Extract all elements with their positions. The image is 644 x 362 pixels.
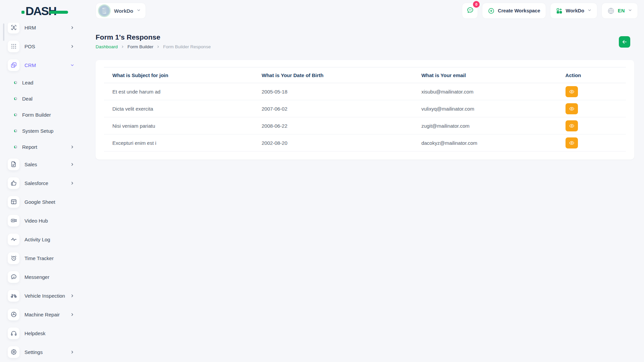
sidebar-item-crm[interactable]: CRM (0, 56, 80, 74)
messages-count-badge: 0 (473, 1, 480, 8)
chevron-down-icon (587, 8, 592, 13)
cell-subject: Excepturi enim est i (104, 134, 253, 152)
motorcycle-icon (8, 290, 19, 302)
sidebar-item-deal[interactable]: Deal (0, 90, 80, 107)
workspace-menu-label: WorkDo (566, 8, 584, 13)
app-logo[interactable]: DASH (21, 5, 68, 17)
video-camera-icon (8, 215, 19, 227)
sidebar-item-pos[interactable]: POS (0, 37, 80, 56)
sidebar-item-label: Messenger (24, 274, 49, 280)
cell-subject: Et est unde harum ad (104, 83, 253, 100)
table-row: Dicta velit exercita2007-06-02vulixyq@ma… (104, 100, 626, 117)
pulse-icon (8, 234, 19, 245)
sidebar-item-label: Salesforce (24, 180, 48, 186)
column-header-what-is-your-date-of-birth: What is Your Date of Birth (253, 67, 413, 83)
responses-table: What is Subject for joinWhat is Your Dat… (104, 67, 626, 152)
sidebar-item-label: Settings (24, 349, 43, 355)
sidebar-item-label: Lead (22, 80, 33, 85)
sidebar-item-salesforce[interactable]: Salesforce (0, 174, 80, 192)
chevron-right-icon (70, 44, 74, 49)
arrow-left-icon (622, 39, 628, 45)
breadcrumb: DashboardForm BuilderForm Builder Respon… (96, 44, 211, 49)
workspace-selector[interactable]: WorkDo (96, 3, 146, 19)
sidebar-item-helpdesk[interactable]: Helpdesk (0, 324, 80, 343)
grid-plus-icon (556, 7, 563, 14)
sidebar-item-label: CRM (24, 62, 36, 68)
sidebar-item-google-sheet[interactable]: Google Sheet (0, 192, 80, 211)
view-response-button[interactable] (566, 120, 578, 131)
overlap-squares-icon (8, 59, 19, 71)
sidebar-item-lead[interactable]: Lead (0, 74, 80, 90)
responses-card: What is Subject for joinWhat is Your Dat… (96, 60, 634, 160)
gear-icon (8, 346, 19, 358)
workspace-avatar (98, 4, 111, 17)
fan-icon (8, 309, 19, 320)
cell-email: zugit@mailinator.com (413, 117, 557, 134)
sidebar: HRMPOSCRMLeadDealForm BuilderSystem Setu… (0, 23, 80, 362)
chevron-right-icon (70, 350, 74, 354)
cell-email: dacokyz@mailinator.com (413, 134, 557, 152)
breadcrumb-item-dashboard[interactable]: Dashboard (96, 44, 118, 49)
back-button[interactable] (619, 36, 630, 48)
breadcrumb-separator (156, 45, 160, 49)
language-label: EN (618, 8, 625, 13)
page-title: Form 1's Response (96, 33, 211, 42)
chat-dots-icon (466, 6, 474, 15)
sidebar-item-label: POS (24, 44, 35, 49)
cell-email: xisubu@mailinator.com (413, 83, 557, 100)
sidebar-item-label: Deal (22, 96, 33, 102)
chevron-down-icon (70, 63, 74, 67)
bullet-icon (14, 113, 17, 116)
sidebar-item-report[interactable]: Report (0, 139, 80, 155)
sidebar-item-activity-log[interactable]: Activity Log (0, 230, 80, 249)
eye-icon (569, 140, 575, 146)
cell-email: vulixyq@mailinator.com (413, 100, 557, 117)
sidebar-item-time-tracker[interactable]: Time Tracker (0, 249, 80, 267)
bullet-icon (14, 129, 17, 132)
cell-date-of-birth: 2005-05-18 (253, 83, 413, 100)
sidebar-item-label: System Setup (22, 128, 53, 134)
cell-date-of-birth: 2007-06-02 (253, 100, 413, 117)
sidebar-item-label: Helpdesk (24, 330, 46, 336)
sidebar-item-label: Form Builder (22, 112, 51, 118)
sidebar-item-vehicle-inspection[interactable]: Vehicle Inspection (0, 286, 80, 305)
messages-button[interactable]: 0 (462, 3, 478, 19)
workspace-menu-button[interactable]: WorkDo (550, 3, 597, 19)
chevron-right-icon (70, 162, 74, 167)
sidebar-item-label: Google Sheet (24, 199, 55, 205)
sidebar-item-form-builder[interactable]: Form Builder (0, 107, 80, 123)
table-row: Nisi veniam pariatu2008-06-22zugit@maili… (104, 117, 626, 134)
view-response-button[interactable] (566, 86, 578, 97)
eye-icon (569, 106, 575, 112)
sidebar-item-label: Activity Log (24, 237, 50, 242)
sidebar-item-label: Video Hub (24, 218, 48, 224)
view-response-button[interactable] (566, 103, 578, 114)
logo-dot (21, 11, 24, 14)
sidebar-item-settings[interactable]: Settings (0, 343, 80, 361)
sidebar-item-video-hub[interactable]: Video Hub (0, 211, 80, 230)
language-button[interactable]: EN (601, 3, 638, 19)
headphones-icon (8, 327, 19, 339)
sidebar-item-machine-repair[interactable]: Machine Repair (0, 305, 80, 324)
sidebar-item-hrm[interactable]: HRM (0, 23, 80, 37)
eye-icon (569, 123, 575, 129)
breadcrumb-separator (121, 45, 124, 49)
chevron-right-icon (70, 145, 74, 149)
view-response-button[interactable] (566, 137, 578, 148)
sidebar-item-system-setup[interactable]: System Setup (0, 123, 80, 139)
table-row: Et est unde harum ad2005-05-18xisubu@mai… (104, 83, 626, 100)
sidebar-item-sales[interactable]: Sales (0, 155, 80, 174)
topbar: DASH WorkDo 0 Create Workspace (0, 0, 644, 21)
breadcrumb-item-form-builder-response: Form Builder Response (163, 44, 211, 49)
breadcrumb-item-form-builder[interactable]: Form Builder (127, 44, 153, 49)
cell-action (557, 83, 626, 100)
table-row: Excepturi enim est i2002-08-20dacokyz@ma… (104, 134, 626, 152)
logo-bar (49, 11, 68, 14)
create-workspace-button[interactable]: Create Workspace (482, 3, 546, 19)
chevron-right-icon (70, 181, 74, 185)
chevron-right-icon (70, 294, 74, 298)
chevron-right-icon (70, 312, 74, 317)
sidebar-item-label: Report (22, 144, 37, 150)
chevron-right-icon (70, 25, 74, 30)
sidebar-item-messenger[interactable]: Messenger (0, 267, 80, 286)
